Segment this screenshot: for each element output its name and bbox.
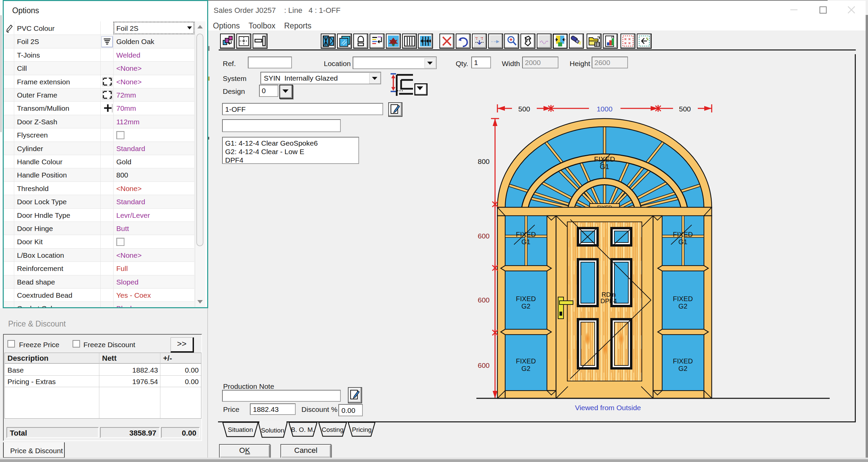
- svg-text:FIXED: FIXED: [673, 231, 693, 238]
- svg-text:Costing: Costing: [322, 426, 343, 433]
- svg-text:800: 800: [478, 158, 490, 165]
- svg-text:G2: G2: [521, 302, 531, 310]
- svg-text:500: 500: [518, 105, 530, 113]
- svg-text:600: 600: [478, 296, 490, 304]
- svg-text:FIXED: FIXED: [594, 155, 615, 163]
- svg-text:600: 600: [478, 361, 490, 369]
- svg-text:Viewed from Outside: Viewed from Outside: [575, 404, 641, 412]
- svg-text:Situation: Situation: [228, 426, 253, 433]
- svg-text:G1: G1: [678, 238, 688, 246]
- svg-text:B. O. M.: B. O. M.: [291, 426, 315, 433]
- svg-text:500: 500: [679, 105, 691, 113]
- svg-text:G2: G2: [678, 365, 688, 372]
- svg-text:600: 600: [478, 232, 490, 240]
- svg-text:FIXED: FIXED: [673, 295, 693, 302]
- svg-text:G1: G1: [521, 238, 531, 246]
- svg-text:Solution: Solution: [261, 427, 284, 434]
- svg-text:G1: G1: [600, 163, 609, 170]
- svg-text:DPF4: DPF4: [600, 297, 617, 304]
- svg-text:FIXED: FIXED: [673, 357, 693, 365]
- svg-text:FIXED: FIXED: [516, 231, 536, 238]
- svg-text:FIXED: FIXED: [516, 295, 536, 302]
- svg-text:FIXED: FIXED: [516, 357, 536, 365]
- svg-text:Pricing: Pricing: [352, 426, 372, 433]
- svg-text:G2: G2: [678, 302, 688, 310]
- svg-text:RDin: RDin: [601, 291, 616, 298]
- svg-text:1000: 1000: [597, 105, 613, 113]
- svg-text:G2: G2: [521, 365, 531, 372]
